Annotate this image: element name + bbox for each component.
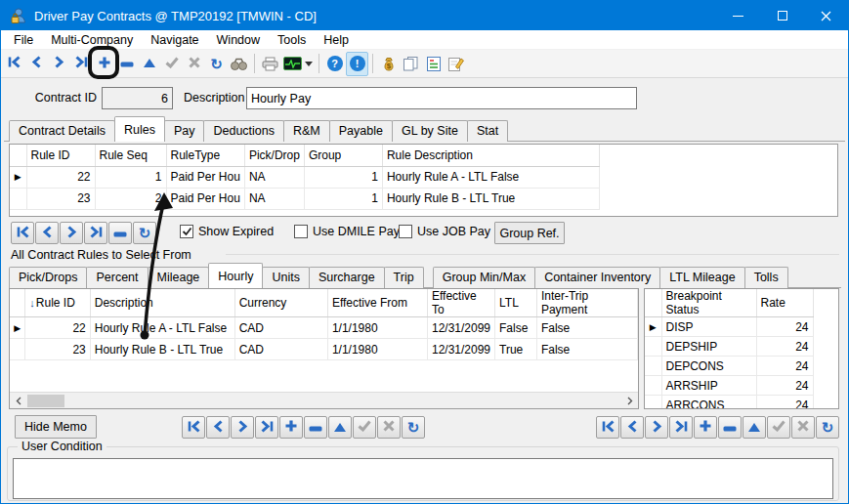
table-row[interactable]: 23 2 Paid Per Hou NA 1 Hourly Rule B - L… [10, 188, 599, 209]
close-button[interactable] [804, 1, 848, 30]
table-row[interactable]: ▶ 22 1 Paid Per Hou NA 1 Hourly Rule A -… [10, 166, 599, 188]
user-condition-input[interactable] [13, 458, 833, 499]
hourly-nav-last-button[interactable] [255, 416, 278, 439]
tab-group-min-max[interactable]: Group Min/Max [433, 267, 535, 288]
hourly-nav-prior-button[interactable] [206, 416, 230, 439]
toolbar-help-button[interactable]: ? [323, 52, 346, 76]
table-row[interactable]: DEPSHIP 24 [645, 337, 813, 357]
menu-window[interactable]: Window [208, 31, 269, 49]
toolbar-first-record-button[interactable] [3, 52, 25, 76]
maximize-button[interactable] [760, 1, 804, 30]
hourly-nav-edit-button[interactable] [328, 416, 352, 439]
col-group[interactable]: Group [304, 145, 382, 166]
toolbar-money-button[interactable]: $ [377, 52, 400, 76]
toolbar-refresh-button[interactable]: ↻ [205, 52, 228, 76]
tab-ltl-mileage[interactable]: LTL Mileage [659, 267, 744, 288]
toolbar-next-record-button[interactable] [48, 52, 70, 76]
rules-nav-prior-button[interactable] [35, 222, 59, 244]
table-row[interactable]: ▶ 22 Hourly Rule A - LTL False CAD 1/1/1… [10, 317, 638, 339]
use-job-pay-checkbox[interactable]: Use JOB Pay [399, 225, 490, 238]
rules-nav-refresh-button[interactable]: ↻ [133, 222, 156, 244]
description-field[interactable] [246, 87, 637, 109]
tab-payable[interactable]: Payable [329, 120, 393, 142]
tab-hourly[interactable]: Hourly [208, 263, 263, 288]
col-currency[interactable]: Currency [234, 289, 327, 317]
tab-units[interactable]: Units [262, 267, 309, 288]
table-row[interactable]: ARRCONS 24 [645, 396, 813, 410]
table-row[interactable]: ARRSHIP 24 [645, 376, 813, 396]
toolbar-cancel-button[interactable] [183, 52, 205, 76]
tab-mileage[interactable]: Mileage [148, 267, 210, 288]
hourly-nav-cancel-button[interactable] [377, 416, 401, 439]
tab-stat[interactable]: Stat [467, 120, 508, 142]
toolbar-last-record-button[interactable] [70, 52, 93, 76]
hide-memo-button[interactable]: Hide Memo [15, 415, 97, 439]
col-inter-trip[interactable]: Inter-Trip Payment [536, 289, 637, 317]
toolbar-insert-record-button[interactable] [93, 52, 115, 76]
tab-pay[interactable]: Pay [164, 120, 205, 142]
toolbar-post-button[interactable] [160, 52, 183, 76]
toolbar-report-button[interactable] [422, 52, 445, 76]
tab-pick-drops[interactable]: Pick/Drops [9, 267, 87, 288]
tab-tolls[interactable]: Tolls [744, 267, 788, 288]
hourly-nav-first-button[interactable] [182, 416, 205, 439]
scroll-left-button[interactable] [10, 393, 26, 409]
group-ref-button[interactable]: Group Ref. [494, 222, 565, 244]
horizontal-scrollbar[interactable] [10, 392, 638, 408]
menu-navigate[interactable]: Navigate [142, 31, 207, 49]
scrollbar-thumb[interactable] [27, 395, 64, 407]
col-rule-id[interactable]: ↓Rule ID [25, 289, 90, 317]
breakpoint-nav-last-button[interactable] [669, 416, 693, 439]
menu-tools[interactable]: Tools [269, 31, 315, 49]
hourly-nav-delete-button[interactable] [304, 416, 327, 439]
col-rule-seq[interactable]: Rule Seq [95, 145, 166, 166]
toolbar-copy-button[interactable] [400, 52, 422, 76]
tab-gl-by-site[interactable]: GL by Site [392, 120, 468, 142]
breakpoint-nav-first-button[interactable] [596, 416, 619, 439]
col-rule-type[interactable]: RuleType [166, 145, 244, 166]
tab-contract-details[interactable]: Contract Details [9, 120, 115, 142]
toolbar-print-button[interactable] [259, 52, 281, 76]
breakpoint-nav-refresh-button[interactable]: ↻ [816, 416, 839, 439]
breakpoint-nav-edit-button[interactable] [743, 416, 766, 439]
menu-help[interactable]: Help [315, 31, 358, 49]
tab-container-inventory[interactable]: Container Inventory [534, 267, 660, 288]
hourly-nav-refresh-button[interactable]: ↻ [402, 416, 425, 439]
breakpoint-nav-delete-button[interactable] [718, 416, 742, 439]
show-expired-checkbox[interactable]: Show Expired [180, 225, 274, 238]
tab-rules[interactable]: Rules [114, 116, 165, 142]
contract-id-field[interactable] [102, 87, 173, 109]
tab-trip[interactable]: Trip [384, 267, 424, 288]
hourly-nav-post-button[interactable] [353, 416, 376, 439]
toolbar-find-button[interactable] [228, 52, 250, 76]
col-ltl[interactable]: LTL [495, 289, 537, 317]
breakpoint-nav-prior-button[interactable] [620, 416, 644, 439]
tab-percent[interactable]: Percent [86, 267, 148, 288]
toolbar-edit-record-button[interactable] [138, 52, 160, 76]
tab-deductions[interactable]: Deductions [203, 120, 284, 142]
rules-nav-last-button[interactable] [84, 222, 107, 244]
toolbar-prior-record-button[interactable] [25, 52, 48, 76]
table-row[interactable]: 23 Hourly Rule B - LTL True CAD 1/1/1980… [10, 339, 638, 360]
breakpoint-nav-cancel-button[interactable] [791, 416, 815, 439]
breakpoint-nav-next-button[interactable] [645, 416, 668, 439]
col-effective-to[interactable]: Effective To [427, 289, 494, 317]
breakpoint-nav-post-button[interactable] [767, 416, 790, 439]
col-rule-id[interactable]: Rule ID [26, 145, 95, 166]
toolbar-delete-record-button[interactable] [115, 52, 138, 76]
rules-nav-first-button[interactable] [11, 222, 34, 244]
col-effective-from[interactable]: Effective From [327, 289, 427, 317]
col-pick-drop[interactable]: Pick/Drop [244, 145, 304, 166]
menu-multi-company[interactable]: Multi-Company [42, 31, 142, 49]
tab-rm[interactable]: R&M [283, 120, 330, 142]
rules-nav-next-button[interactable] [60, 222, 83, 244]
minimize-button[interactable] [716, 1, 760, 30]
scroll-right-button[interactable] [621, 393, 638, 409]
toolbar-edit-notes-button[interactable] [445, 52, 467, 76]
breakpoint-nav-insert-button[interactable] [694, 416, 717, 439]
table-row[interactable]: ▶ DISP 24 [645, 317, 813, 337]
toolbar-info-button[interactable]: ! [346, 52, 368, 76]
use-dmile-pay-checkbox[interactable]: Use DMILE Pay [294, 225, 400, 238]
hourly-nav-next-button[interactable] [231, 416, 254, 439]
rules-nav-delete-button[interactable] [108, 222, 132, 244]
